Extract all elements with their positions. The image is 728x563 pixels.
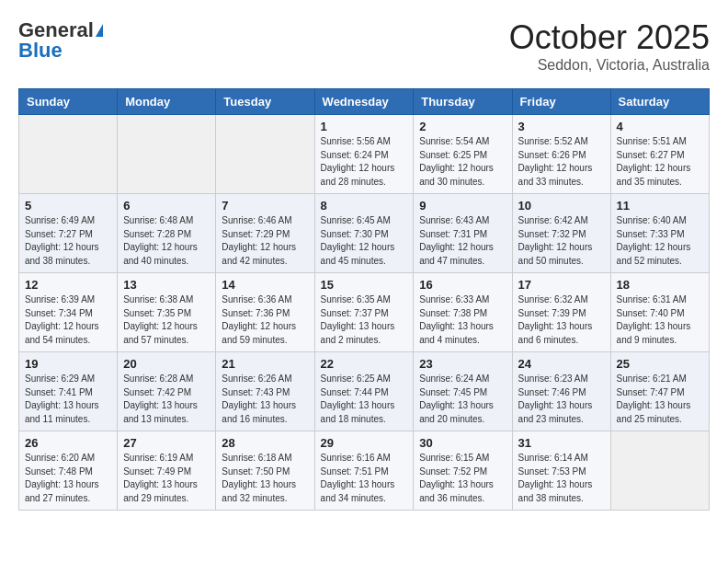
day-info: Sunrise: 5:54 AMSunset: 6:25 PMDaylight:… [419, 135, 506, 189]
day-info: Sunrise: 6:45 AMSunset: 7:30 PMDaylight:… [321, 214, 408, 268]
calendar-cell: 1Sunrise: 5:56 AMSunset: 6:24 PMDaylight… [314, 115, 414, 194]
day-info: Sunrise: 6:32 AMSunset: 7:39 PMDaylight:… [518, 293, 605, 347]
page-header: General Blue October 2025 Seddon, Victor… [18, 18, 710, 74]
calendar-cell: 6Sunrise: 6:48 AMSunset: 7:28 PMDaylight… [118, 194, 216, 273]
calendar-cell: 23Sunrise: 6:24 AMSunset: 7:45 PMDayligh… [414, 352, 512, 431]
calendar-cell: 30Sunrise: 6:15 AMSunset: 7:52 PMDayligh… [414, 431, 512, 511]
day-info: Sunrise: 6:40 AMSunset: 7:33 PMDaylight:… [617, 214, 703, 268]
day-info: Sunrise: 6:16 AMSunset: 7:51 PMDaylight:… [321, 452, 408, 505]
day-number: 22 [321, 357, 408, 371]
calendar-cell: 14Sunrise: 6:36 AMSunset: 7:36 PMDayligh… [216, 273, 314, 352]
calendar-week-3: 12Sunrise: 6:39 AMSunset: 7:34 PMDayligh… [19, 273, 710, 352]
day-number: 27 [123, 436, 210, 450]
day-info: Sunrise: 6:43 AMSunset: 7:31 PMDaylight:… [419, 214, 506, 268]
calendar-cell: 31Sunrise: 6:14 AMSunset: 7:53 PMDayligh… [512, 431, 610, 511]
day-number: 9 [419, 199, 506, 213]
calendar-cell: 29Sunrise: 6:16 AMSunset: 7:51 PMDayligh… [314, 431, 414, 511]
day-number: 11 [617, 199, 703, 213]
day-info: Sunrise: 6:21 AMSunset: 7:47 PMDaylight:… [617, 373, 703, 426]
day-number: 29 [321, 436, 408, 450]
col-header-thursday: Thursday [414, 89, 512, 115]
calendar-cell: 21Sunrise: 6:26 AMSunset: 7:43 PMDayligh… [216, 352, 314, 431]
col-header-friday: Friday [512, 89, 610, 115]
day-info: Sunrise: 6:18 AMSunset: 7:50 PMDaylight:… [222, 452, 308, 505]
day-number: 1 [321, 120, 408, 133]
logo-blue: Blue [18, 39, 63, 63]
location: Seddon, Victoria, Australia [509, 57, 710, 74]
day-info: Sunrise: 6:35 AMSunset: 7:37 PMDaylight:… [321, 293, 408, 347]
day-number: 31 [518, 436, 605, 450]
day-number: 20 [123, 357, 210, 371]
calendar-cell: 20Sunrise: 6:28 AMSunset: 7:42 PMDayligh… [118, 352, 216, 431]
day-info: Sunrise: 5:51 AMSunset: 6:27 PMDaylight:… [617, 135, 703, 189]
day-number: 6 [123, 199, 210, 213]
day-number: 18 [617, 278, 703, 292]
day-number: 15 [321, 278, 408, 292]
day-number: 13 [123, 278, 210, 292]
calendar-cell: 13Sunrise: 6:38 AMSunset: 7:35 PMDayligh… [118, 273, 216, 352]
calendar-week-1: 1Sunrise: 5:56 AMSunset: 6:24 PMDaylight… [19, 115, 710, 194]
day-info: Sunrise: 6:48 AMSunset: 7:28 PMDaylight:… [123, 214, 210, 268]
day-number: 3 [518, 120, 605, 133]
day-info: Sunrise: 5:56 AMSunset: 6:24 PMDaylight:… [321, 135, 408, 189]
day-number: 5 [25, 199, 111, 213]
day-number: 8 [321, 199, 408, 213]
day-number: 23 [419, 357, 506, 371]
day-info: Sunrise: 5:52 AMSunset: 6:26 PMDaylight:… [518, 135, 605, 189]
col-header-wednesday: Wednesday [314, 89, 414, 115]
day-info: Sunrise: 6:20 AMSunset: 7:48 PMDaylight:… [25, 452, 111, 505]
day-number: 14 [222, 278, 308, 292]
day-number: 30 [419, 436, 506, 450]
day-number: 16 [419, 278, 506, 292]
calendar-cell: 10Sunrise: 6:42 AMSunset: 7:32 PMDayligh… [512, 194, 610, 273]
day-number: 12 [25, 278, 111, 292]
calendar-cell: 17Sunrise: 6:32 AMSunset: 7:39 PMDayligh… [512, 273, 610, 352]
day-number: 7 [222, 199, 308, 213]
day-info: Sunrise: 6:49 AMSunset: 7:27 PMDaylight:… [25, 214, 111, 268]
calendar-cell [216, 115, 314, 194]
day-info: Sunrise: 6:29 AMSunset: 7:41 PMDaylight:… [25, 373, 111, 426]
calendar-cell: 5Sunrise: 6:49 AMSunset: 7:27 PMDaylight… [19, 194, 118, 273]
calendar-cell: 24Sunrise: 6:23 AMSunset: 7:46 PMDayligh… [512, 352, 610, 431]
day-info: Sunrise: 6:19 AMSunset: 7:49 PMDaylight:… [123, 452, 210, 505]
day-info: Sunrise: 6:15 AMSunset: 7:52 PMDaylight:… [419, 452, 506, 505]
day-info: Sunrise: 6:23 AMSunset: 7:46 PMDaylight:… [518, 373, 605, 426]
calendar-cell: 4Sunrise: 5:51 AMSunset: 6:27 PMDaylight… [610, 115, 709, 194]
col-header-saturday: Saturday [610, 89, 709, 115]
day-info: Sunrise: 6:42 AMSunset: 7:32 PMDaylight:… [518, 214, 605, 268]
calendar-week-5: 26Sunrise: 6:20 AMSunset: 7:48 PMDayligh… [19, 431, 710, 511]
day-info: Sunrise: 6:26 AMSunset: 7:43 PMDaylight:… [222, 373, 308, 426]
calendar-cell [610, 431, 709, 511]
col-header-tuesday: Tuesday [216, 89, 314, 115]
day-info: Sunrise: 6:33 AMSunset: 7:38 PMDaylight:… [419, 293, 506, 347]
calendar-header-row: SundayMondayTuesdayWednesdayThursdayFrid… [19, 89, 710, 115]
calendar-cell: 9Sunrise: 6:43 AMSunset: 7:31 PMDaylight… [414, 194, 512, 273]
day-number: 17 [518, 278, 605, 292]
day-info: Sunrise: 6:39 AMSunset: 7:34 PMDaylight:… [25, 293, 111, 347]
calendar-cell: 18Sunrise: 6:31 AMSunset: 7:40 PMDayligh… [610, 273, 709, 352]
day-info: Sunrise: 6:38 AMSunset: 7:35 PMDaylight:… [123, 293, 210, 347]
calendar-cell: 8Sunrise: 6:45 AMSunset: 7:30 PMDaylight… [314, 194, 414, 273]
calendar-cell: 22Sunrise: 6:25 AMSunset: 7:44 PMDayligh… [314, 352, 414, 431]
calendar-cell: 19Sunrise: 6:29 AMSunset: 7:41 PMDayligh… [19, 352, 118, 431]
day-number: 19 [25, 357, 111, 371]
day-info: Sunrise: 6:28 AMSunset: 7:42 PMDaylight:… [123, 373, 210, 426]
day-info: Sunrise: 6:31 AMSunset: 7:40 PMDaylight:… [617, 293, 703, 347]
title-area: October 2025 Seddon, Victoria, Australia [509, 18, 710, 74]
calendar-cell: 28Sunrise: 6:18 AMSunset: 7:50 PMDayligh… [216, 431, 314, 511]
day-info: Sunrise: 6:46 AMSunset: 7:29 PMDaylight:… [222, 214, 308, 268]
col-header-monday: Monday [118, 89, 216, 115]
day-info: Sunrise: 6:24 AMSunset: 7:45 PMDaylight:… [419, 373, 506, 426]
day-number: 25 [617, 357, 703, 371]
day-info: Sunrise: 6:36 AMSunset: 7:36 PMDaylight:… [222, 293, 308, 347]
calendar-cell: 12Sunrise: 6:39 AMSunset: 7:34 PMDayligh… [19, 273, 118, 352]
calendar-week-4: 19Sunrise: 6:29 AMSunset: 7:41 PMDayligh… [19, 352, 710, 431]
month-title: October 2025 [509, 18, 710, 57]
calendar-cell: 3Sunrise: 5:52 AMSunset: 6:26 PMDaylight… [512, 115, 610, 194]
calendar-cell: 7Sunrise: 6:46 AMSunset: 7:29 PMDaylight… [216, 194, 314, 273]
day-number: 4 [617, 120, 703, 133]
calendar-cell: 27Sunrise: 6:19 AMSunset: 7:49 PMDayligh… [118, 431, 216, 511]
day-number: 10 [518, 199, 605, 213]
day-info: Sunrise: 6:25 AMSunset: 7:44 PMDaylight:… [321, 373, 408, 426]
calendar-cell: 15Sunrise: 6:35 AMSunset: 7:37 PMDayligh… [314, 273, 414, 352]
